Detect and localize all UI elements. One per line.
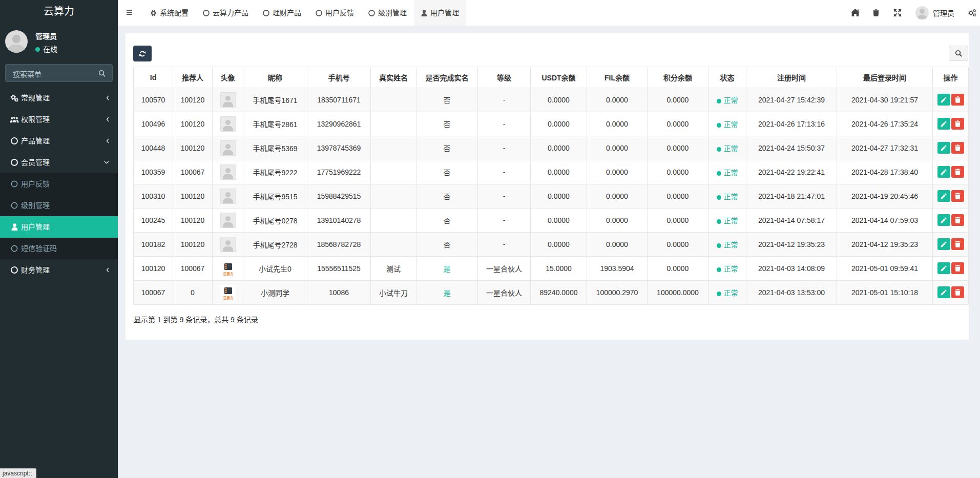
svg-text:云算力: 云算力 (223, 295, 233, 300)
svg-text:云算力: 云算力 (223, 271, 233, 276)
